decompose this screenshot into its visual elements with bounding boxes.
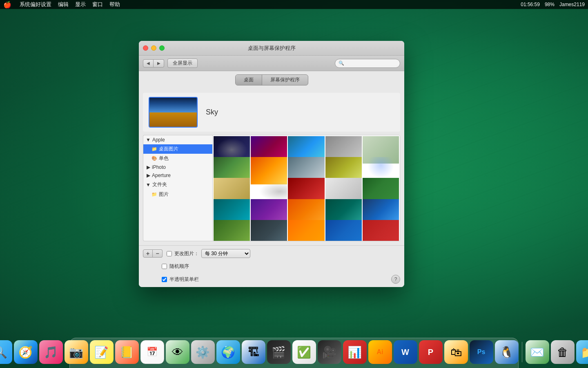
wallpaper-25[interactable] bbox=[363, 220, 399, 241]
dock-item-fcpx[interactable]: 🎬 bbox=[267, 340, 291, 364]
menubar-time: 01:56:59 bbox=[521, 2, 540, 7]
bottom-controls: + − 更改图片： 每 30 分钟 随机顺序 半透明菜单栏 ? bbox=[139, 245, 404, 287]
wallpaper-24[interactable] bbox=[325, 220, 362, 241]
sidebar-folder-group[interactable]: ▼ 文件夹 bbox=[143, 180, 212, 190]
calendar-icon: 📅 bbox=[141, 341, 164, 364]
sidebar-solid-color-label: 单色 bbox=[159, 155, 169, 162]
dock-item-ps[interactable]: Ps bbox=[470, 340, 493, 364]
search-box[interactable]: 🔍 bbox=[335, 59, 400, 68]
syspref-icon: ⚙️ bbox=[191, 340, 215, 364]
sidebar-aperture-label: Aperture bbox=[152, 173, 171, 178]
dock-item-ai[interactable]: Ai bbox=[368, 340, 392, 364]
wallpaper-grid[interactable] bbox=[212, 135, 400, 241]
translucent-checkbox[interactable] bbox=[162, 277, 167, 282]
dock-item-matlab[interactable]: 📊 bbox=[343, 340, 367, 364]
sidebar-aperture[interactable]: ▶ Aperture bbox=[143, 171, 212, 180]
interval-select[interactable]: 每 30 分钟 bbox=[201, 249, 250, 258]
ppt-icon: P bbox=[419, 340, 443, 364]
sidebar-iphoto-label: iPhoto bbox=[152, 164, 166, 170]
back-button[interactable]: ◀ bbox=[143, 59, 154, 67]
addressbook-icon: 📒 bbox=[115, 340, 139, 364]
window-title: 桌面与屏幕保护程序 bbox=[248, 45, 296, 52]
dock-item-preview[interactable]: 👁 bbox=[166, 340, 189, 364]
dock-item-sketchup[interactable]: 🏗 bbox=[242, 340, 265, 364]
wallpaper-21[interactable] bbox=[214, 220, 250, 241]
qq-icon: 🐧 bbox=[495, 340, 519, 364]
dock-item-stickies[interactable]: 📝 bbox=[90, 340, 114, 364]
menu-display[interactable]: 显示 bbox=[75, 1, 86, 8]
dock-item-finder[interactable]: 🔍 bbox=[0, 340, 12, 364]
dock-item-itunes[interactable]: 🎵 bbox=[39, 340, 63, 364]
add-button[interactable]: + bbox=[143, 249, 153, 258]
random-checkbox[interactable] bbox=[162, 264, 167, 269]
fullscreen-button[interactable]: 全屏显示 bbox=[167, 58, 198, 68]
window-content: Sky ▼ Apple 📁 桌面图片 🎨 单色 ▶ bbox=[139, 89, 404, 245]
preview-icon: 👁 bbox=[166, 340, 189, 364]
video-icon: 🎥 bbox=[318, 340, 341, 364]
menu-syspref[interactable]: 系统偏好设置 bbox=[20, 1, 51, 8]
sidebar: ▼ Apple 📁 桌面图片 🎨 单色 ▶ iPhoto ▶ Apert bbox=[143, 135, 212, 241]
translucent-row[interactable]: 半透明菜单栏 bbox=[162, 276, 199, 283]
dock-item-earth[interactable]: 🌍 bbox=[216, 340, 240, 364]
sidebar-pictures-label: 图片 bbox=[159, 191, 169, 198]
dock-item-task[interactable]: ✅ bbox=[292, 340, 316, 364]
wallpaper-22[interactable] bbox=[251, 220, 287, 241]
tab-desktop[interactable]: 桌面 bbox=[236, 75, 262, 85]
pictures-icon: 📁 bbox=[151, 192, 157, 197]
tab-group: 桌面 屏幕保护程序 bbox=[235, 74, 308, 85]
dock-item-calendar[interactable]: 📅 bbox=[140, 340, 164, 364]
menubar-user: James2119 bbox=[559, 2, 585, 7]
translucent-label: 半透明菜单栏 bbox=[169, 276, 199, 283]
content-area: ▼ Apple 📁 桌面图片 🎨 单色 ▶ iPhoto ▶ Apert bbox=[143, 135, 400, 241]
dock-item-addressbook[interactable]: 📒 bbox=[115, 340, 139, 364]
wallpaper-23[interactable] bbox=[288, 220, 324, 241]
help-button[interactable]: ? bbox=[391, 275, 400, 284]
sidebar-solid-color[interactable]: 🎨 单色 bbox=[143, 154, 212, 163]
sidebar-pictures[interactable]: 📁 图片 bbox=[143, 190, 212, 199]
dock-item-word[interactable]: W bbox=[394, 340, 417, 364]
dock-item-mail[interactable]: ✉️ bbox=[526, 340, 549, 364]
dock-items: 🔍 🧭 🎵 📷 📝 📒 📅 👁 ⚙️ 🌍 🏗 bbox=[0, 338, 588, 366]
sidebar-folder-label: 文件夹 bbox=[152, 181, 167, 188]
apple-menu[interactable]: 🍎 bbox=[3, 1, 11, 9]
forward-button[interactable]: ▶ bbox=[154, 59, 164, 67]
tab-screensaver[interactable]: 屏幕保护程序 bbox=[262, 75, 308, 85]
color-icon: 🎨 bbox=[151, 156, 157, 161]
remove-button[interactable]: − bbox=[153, 249, 163, 258]
change-image-row[interactable]: 更改图片： 每 30 分钟 bbox=[167, 249, 250, 258]
store-icon: 🛍 bbox=[444, 340, 468, 364]
preferences-window: 桌面与屏幕保护程序 ◀ ▶ 全屏显示 🔍 桌面 屏幕保护程序 Sky bbox=[139, 41, 404, 287]
matlab-icon: 📊 bbox=[343, 340, 367, 364]
dock-item-video[interactable]: 🎥 bbox=[318, 340, 341, 364]
dock-item-syspref[interactable]: ⚙️ bbox=[191, 340, 215, 364]
dock-item-store[interactable]: 🛍 bbox=[444, 340, 468, 364]
menu-window[interactable]: 窗口 bbox=[92, 1, 103, 8]
random-row[interactable]: 随机顺序 bbox=[162, 263, 189, 270]
menu-help[interactable]: 帮助 bbox=[109, 1, 120, 8]
close-button[interactable] bbox=[143, 45, 148, 51]
maximize-button[interactable] bbox=[159, 45, 165, 51]
dock-item-qq[interactable]: 🐧 bbox=[495, 340, 519, 364]
menubar-battery: 98% bbox=[545, 2, 555, 7]
fcpx-icon: 🎬 bbox=[267, 340, 291, 364]
add-remove-group: + − bbox=[143, 249, 163, 258]
sidebar-desktop-pictures[interactable]: 📁 桌面图片 bbox=[143, 144, 212, 154]
minimize-button[interactable] bbox=[151, 45, 156, 51]
itunes-icon: 🎵 bbox=[39, 340, 63, 364]
change-image-checkbox[interactable] bbox=[167, 251, 172, 256]
dock-item-safari[interactable]: 🧭 bbox=[14, 340, 38, 364]
sidebar-apple-group[interactable]: ▼ Apple bbox=[143, 135, 212, 144]
finder-icon: 🔍 bbox=[0, 340, 12, 364]
triangle-icon: ▼ bbox=[146, 137, 151, 143]
stickies-icon: 📝 bbox=[90, 340, 114, 364]
safari-icon: 🧭 bbox=[14, 340, 38, 364]
folder-icon: 📁 bbox=[151, 146, 157, 152]
dock-item-ppt[interactable]: P bbox=[419, 340, 443, 364]
dock-item-folder[interactable]: 📁 bbox=[576, 340, 588, 364]
folder-icon: 📁 bbox=[576, 340, 588, 364]
dock-item-iphoto[interactable]: 📷 bbox=[65, 340, 88, 364]
triangle-right-icon2: ▶ bbox=[147, 173, 150, 178]
menu-edit[interactable]: 编辑 bbox=[58, 1, 69, 8]
dock-item-trash[interactable]: 🗑 bbox=[551, 340, 575, 364]
sidebar-iphoto[interactable]: ▶ iPhoto bbox=[143, 163, 212, 171]
